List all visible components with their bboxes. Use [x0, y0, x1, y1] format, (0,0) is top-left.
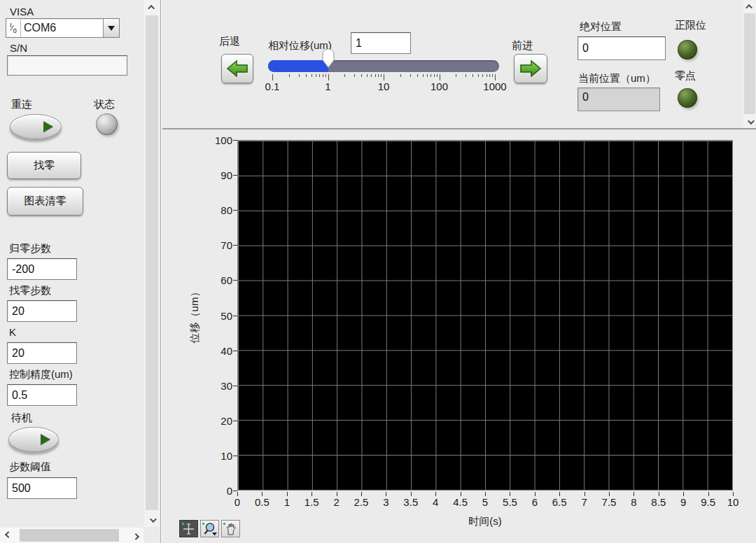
chart-clear-button-label: 图表清零: [24, 195, 66, 208]
slider-minor-tick: [289, 74, 290, 77]
x-tick-label: 5: [482, 496, 488, 508]
slider-minor-tick: [423, 74, 424, 77]
slider-minor-tick: [299, 74, 300, 77]
slider-fill: [268, 60, 328, 72]
relative-displacement-input[interactable]: [351, 32, 411, 54]
x-axis-tick-labels: 00.511.522.533.544.555.566.577.588.599.5…: [237, 496, 733, 510]
pan-tool-button[interactable]: [221, 520, 240, 537]
toggle-arrow-icon: [41, 434, 50, 445]
slider-minor-tick: [367, 74, 368, 77]
slider-minor-tick: [361, 74, 362, 77]
positive-limit-label: 正限位: [675, 19, 706, 32]
plot-area[interactable]: [237, 140, 733, 491]
vscrollbar-thumb[interactable]: [744, 13, 755, 114]
reconnect-label: 重连: [11, 98, 32, 111]
y-tick-mark: [233, 280, 237, 281]
sn-label: S/N: [10, 42, 27, 54]
slider-major-tick: [328, 74, 329, 80]
slider-minor-tick: [312, 74, 312, 77]
find-zero-button-label: 找零: [34, 159, 55, 172]
cursor-tool-button[interactable]: [179, 520, 198, 537]
scroll-left-button[interactable]: [0, 528, 14, 543]
zoom-tool-button[interactable]: [200, 520, 219, 537]
x-tick-label: 8.5: [651, 496, 666, 508]
toggle-arrow-icon: [43, 121, 53, 132]
slider-thumb[interactable]: [321, 48, 335, 69]
chart-pane: 0102030405060708090100 00.511.522.533.54…: [162, 131, 756, 543]
k-input[interactable]: [7, 342, 77, 364]
absolute-position-input[interactable]: [578, 36, 666, 60]
slider-tick-label: 100: [430, 80, 448, 92]
relative-displacement-slider[interactable]: [268, 60, 499, 72]
slider-major-tick: [384, 74, 384, 80]
x-tick-label: 2.5: [354, 496, 369, 508]
k-label: K: [9, 326, 16, 338]
find-zero-steps-input[interactable]: [7, 300, 77, 322]
control-precision-label: 控制精度(um): [9, 368, 73, 381]
x-tick-label: 8: [631, 496, 636, 508]
visa-resource-combo[interactable]: I⁄0 COM6: [6, 18, 120, 38]
chart-clear-button[interactable]: 图表清零: [7, 187, 83, 216]
hscrollbar-thumb[interactable]: [20, 529, 119, 542]
x-tick-label: 9: [680, 496, 686, 508]
positive-limit-led: [678, 40, 697, 59]
x-tick-label: 4.5: [453, 496, 468, 508]
forward-button[interactable]: [514, 54, 547, 83]
motion-control-pane: 后退 相对位移(um) 0.11101001000 前进: [162, 0, 756, 129]
status-label: 状态: [94, 98, 115, 111]
slider-minor-tick: [344, 74, 345, 77]
chevron-down-icon: [747, 118, 754, 125]
scroll-up-button[interactable]: [144, 0, 160, 14]
slider-major-tick: [440, 74, 440, 80]
y-tick-mark: [233, 140, 237, 141]
left-pane-vscrollbar[interactable]: [144, 0, 160, 527]
vscrollbar-thumb[interactable]: [146, 15, 158, 510]
graph-palette: [179, 520, 240, 537]
slider-minor-tick: [375, 74, 376, 77]
y-tick-label: 30: [220, 379, 232, 391]
sn-input[interactable]: [7, 55, 127, 76]
current-position-label: 当前位置（um）: [578, 72, 656, 85]
visa-resource-value[interactable]: COM6: [21, 19, 103, 37]
find-zero-steps-label: 找零步数: [9, 284, 51, 297]
current-position-display: 0: [578, 87, 660, 111]
x-tick-label: 7.5: [602, 496, 617, 508]
zero-steps-input[interactable]: [7, 258, 77, 280]
x-tick-label: 6.5: [552, 496, 567, 508]
slider-minor-tick: [354, 74, 355, 77]
y-tick-label: 90: [220, 169, 232, 181]
back-label: 后退: [219, 35, 240, 48]
step-threshold-input[interactable]: [7, 477, 77, 499]
left-pane-hscrollbar[interactable]: [0, 528, 144, 543]
visa-dropdown-button[interactable]: [103, 19, 119, 37]
back-button[interactable]: [221, 54, 253, 83]
green-arrow-right-icon: [519, 59, 542, 78]
x-tick-label: 1.5: [304, 496, 319, 508]
y-tick-label: 40: [220, 344, 232, 356]
slider-minor-tick: [486, 74, 487, 77]
slider-tick-label: 10: [378, 80, 390, 92]
scroll-down-button[interactable]: [144, 513, 160, 527]
x-tick-label: 0.5: [255, 496, 270, 508]
slider-minor-tick: [326, 74, 326, 77]
y-tick-label: 60: [220, 274, 232, 286]
status-led: [96, 113, 118, 135]
reconnect-toggle[interactable]: [10, 114, 62, 139]
y-tick-label: 0: [227, 485, 232, 497]
control-precision-input[interactable]: [7, 384, 77, 406]
standby-toggle[interactable]: [8, 427, 59, 452]
scroll-up-button[interactable]: [743, 0, 756, 13]
x-tick-label: 9.5: [701, 496, 715, 508]
x-tick-label: 4: [433, 496, 438, 508]
scroll-right-button[interactable]: [130, 528, 144, 543]
scroll-down-button[interactable]: [743, 115, 756, 128]
magnifier-icon: [202, 521, 218, 536]
y-tick-label: 100: [215, 134, 232, 146]
slider-minor-tick: [472, 74, 473, 77]
green-arrow-left-icon: [226, 59, 248, 78]
chevron-left-icon: [4, 531, 11, 538]
slider-tick-label: 1: [325, 80, 330, 92]
top-pane-vscrollbar[interactable]: [743, 0, 756, 128]
find-zero-button[interactable]: 找零: [7, 152, 81, 179]
standby-label: 待机: [11, 411, 32, 425]
